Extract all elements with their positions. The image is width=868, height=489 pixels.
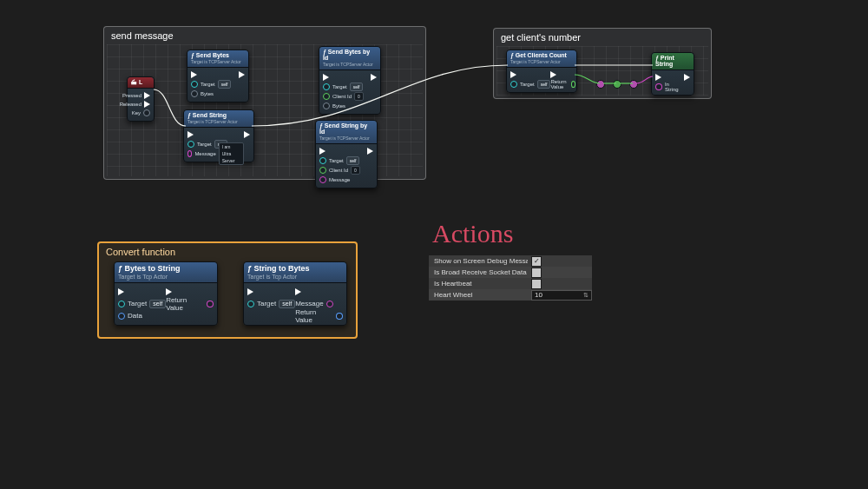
pin-message[interactable]: Message [329,177,350,182]
pin-dot-icon[interactable] [319,176,326,183]
pin-dot-icon[interactable] [118,301,125,307]
node-send-bytes-by-id[interactable]: ƒ Send Bytes by IdTarget is TCPServer Ac… [319,46,381,115]
pin-instring[interactable]: In String [665,82,684,92]
property-row: Show on Screen Debug Messages ✓ [429,255,592,267]
field-message[interactable]: I am Ultra Server [219,142,244,165]
pin-bytes[interactable]: Bytes [201,91,214,96]
exec-out-icon[interactable] [144,101,150,108]
exec-in-icon[interactable] [655,74,661,81]
pin-self-chip[interactable]: self [350,83,364,91]
pin-target[interactable]: Target [128,300,147,307]
pin-dot-icon[interactable] [323,93,330,100]
pin-dot-icon[interactable] [336,313,343,320]
exec-in-icon[interactable] [247,288,253,295]
exec-out-icon[interactable] [550,71,556,78]
properties-panel: Show on Screen Debug Messages ✓ Is Broad… [429,255,592,301]
exec-out-icon[interactable] [166,288,172,295]
property-row: Is Heartbeat [429,278,592,289]
node-get-clients-count[interactable]: ƒ Get Clients CountTarget is TCPServer A… [506,50,577,93]
pin-return[interactable]: Return Value [550,79,568,89]
reroute-node[interactable] [613,80,621,89]
exec-out-icon[interactable] [371,74,377,81]
pin-released[interactable]: Released [120,102,141,107]
field-clientid[interactable]: 0 [354,92,364,101]
pin-message[interactable]: Message [295,300,323,307]
property-label: Is Broad Receive Socket Data Delegate [429,268,528,276]
node-title: 🖮 L [128,77,154,89]
pin-target[interactable]: Target [197,142,212,147]
property-label: Heart Wheel [429,291,528,299]
pin-target[interactable]: Target [257,300,276,307]
pin-self-chip[interactable]: self [149,300,166,308]
field-clientid[interactable]: 0 [351,166,360,175]
node-title: ƒ Send String by IdTarget is TCPServer A… [316,121,377,144]
pin-dot-icon[interactable] [655,83,662,90]
property-label: Is Heartbeat [429,280,528,287]
pin-return[interactable]: Return Value [166,296,204,312]
exec-in-icon[interactable] [319,148,326,155]
exec-out-icon[interactable] [144,92,150,99]
node-send-string-by-id[interactable]: ƒ Send String by IdTarget is TCPServer A… [315,120,378,188]
node-title: ƒ Get Clients CountTarget is TCPServer A… [507,50,576,68]
pin-dot-icon[interactable] [187,150,192,157]
reroute-node[interactable] [596,80,605,89]
pin-dot-icon[interactable] [323,83,330,90]
exec-out-icon[interactable] [239,71,245,78]
pin-dot-icon[interactable] [118,313,125,320]
node-print-string[interactable]: ƒ Print String In String [651,52,694,96]
exec-in-icon[interactable] [187,131,194,138]
pin-self-chip[interactable]: self [218,80,232,89]
node-title: ƒ Bytes to StringTarget is Tcp Actor [115,262,217,283]
pin-pressed[interactable]: Pressed [122,93,141,98]
reroute-node[interactable] [629,80,638,89]
pin-bytes[interactable]: Bytes [332,103,345,109]
pin-key[interactable]: Key [132,110,141,116]
pin-clientid[interactable]: Client Id [332,94,352,99]
checkbox-broad-receive[interactable] [531,268,542,278]
pin-dot-icon[interactable] [319,167,326,174]
pin-dot-icon[interactable] [247,301,254,307]
pin-dot-icon[interactable] [319,157,326,164]
pin-self-chip[interactable]: self [537,80,551,89]
pin-data[interactable]: Data [128,312,142,320]
pin-dot-icon[interactable] [191,90,198,97]
exec-out-icon[interactable] [295,288,301,295]
node-input-key[interactable]: 🖮 L Pressed Released Key [127,76,155,122]
pin-dot-icon[interactable] [191,81,198,88]
exec-out-icon[interactable] [367,148,373,155]
pin-dot-icon[interactable] [323,102,330,109]
pin-target[interactable]: Target [329,158,344,163]
pin-clientid[interactable]: Client Id [329,168,348,173]
exec-in-icon[interactable] [191,71,197,78]
spinbox-heart-wheel[interactable]: 10 ⇅ [531,290,592,301]
node-bytes-to-string[interactable]: ƒ Bytes to StringTarget is Tcp Actor Tar… [114,261,218,326]
spinbox-arrows-icon[interactable]: ⇅ [583,292,589,299]
pin-dot-icon[interactable] [510,81,517,88]
pin-dot-icon[interactable] [571,81,576,88]
pin-dot-icon[interactable] [143,109,150,116]
checkbox-show-debug[interactable]: ✓ [531,256,542,267]
exec-out-icon[interactable] [244,131,250,138]
pin-target[interactable]: Target [520,82,535,87]
pin-self-chip[interactable]: self [279,300,295,308]
pin-dot-icon[interactable] [187,141,194,148]
pin-self-chip[interactable]: self [346,156,360,165]
node-send-bytes[interactable]: ƒ Send BytesTarget is TCPServer Actor Ta… [187,50,249,102]
node-string-to-bytes[interactable]: ƒ String to BytesTarget is Tcp Actor Tar… [243,261,347,326]
node-title: ƒ Print String [652,53,694,70]
pin-target[interactable]: Target [201,82,215,87]
checkbox-heartbeat[interactable] [531,279,542,289]
pin-dot-icon[interactable] [207,301,214,307]
exec-in-icon[interactable] [323,74,329,81]
pin-target[interactable]: Target [332,84,347,89]
node-title: ƒ Send BytesTarget is TCPServer Actor [187,50,248,68]
property-row: Is Broad Receive Socket Data Delegate [429,267,592,278]
exec-in-icon[interactable] [510,71,516,78]
property-label: Show on Screen Debug Messages [429,257,528,265]
pin-return[interactable]: Return Value [295,308,333,324]
exec-out-icon[interactable] [684,74,690,81]
pin-message[interactable]: Message [194,151,215,156]
node-send-string[interactable]: ƒ Send StringTarget is TCPServer Actor T… [183,109,254,162]
exec-in-icon[interactable] [118,288,124,295]
pin-dot-icon[interactable] [326,301,333,307]
